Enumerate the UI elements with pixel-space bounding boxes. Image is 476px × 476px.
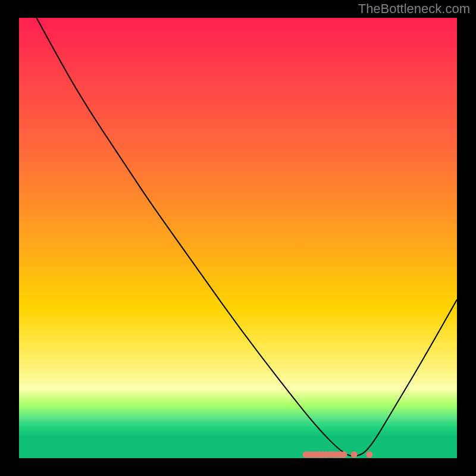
chart-frame: TheBottleneck.com	[0, 0, 476, 476]
markers-group	[303, 452, 373, 458]
watermark-text: TheBottleneck.com	[358, 1, 470, 17]
marker-dot	[341, 452, 347, 458]
marker-dot	[366, 452, 372, 458]
marker-dot	[351, 452, 358, 458]
marker-cluster	[19, 18, 457, 458]
